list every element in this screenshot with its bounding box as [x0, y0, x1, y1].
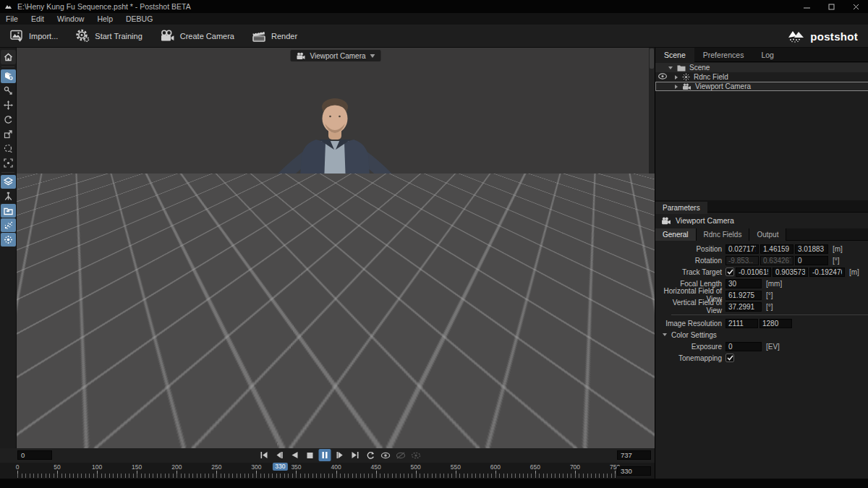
viewport-scrollbar[interactable] — [649, 48, 655, 448]
tick-label: 100 — [92, 463, 102, 471]
position-z-field[interactable] — [795, 244, 828, 254]
focal-length-field[interactable] — [726, 279, 762, 288]
camera-icon — [661, 217, 671, 225]
start-training-button[interactable]: Start Training — [68, 27, 149, 46]
play-reverse-button[interactable] — [289, 449, 301, 461]
view-layers-tool-button[interactable] — [1, 175, 16, 189]
app-icon — [4, 3, 12, 11]
folder-tool-button[interactable] — [1, 204, 16, 218]
tab-output[interactable]: Output — [749, 228, 786, 241]
expand-arrow-icon[interactable] — [675, 75, 678, 80]
play-reverse-icon — [291, 451, 298, 459]
movie-camera-icon — [160, 30, 175, 43]
expand-arrow-icon[interactable] — [675, 85, 678, 89]
loop-button[interactable] — [365, 449, 377, 461]
rotate-tool-button[interactable] — [1, 113, 16, 127]
vfov-unit: [°] — [766, 303, 773, 311]
tree-row-viewport-camera[interactable]: Viewport Camera — [655, 82, 868, 91]
step-back-button[interactable] — [273, 449, 286, 461]
menu-debug[interactable]: DEBUG — [119, 13, 159, 25]
track-target-y-field[interactable] — [773, 267, 808, 277]
visibility-eye-icon[interactable] — [658, 73, 667, 80]
tick-label: 600 — [490, 463, 501, 471]
menu-edit[interactable]: Edit — [25, 13, 51, 25]
layers-diamond-icon — [4, 177, 13, 187]
track-target-label: Track Target — [655, 268, 724, 276]
pause-button[interactable] — [319, 449, 331, 461]
minimize-button[interactable] — [794, 0, 819, 13]
watermark: © Infinite-Realities — [516, 411, 623, 427]
tab-rdnc-fields[interactable]: Rdnc Fields — [697, 228, 750, 241]
camera-icon — [296, 52, 305, 60]
step-forward-button[interactable] — [334, 449, 346, 461]
timeline-ruler[interactable]: 330 050100150200250300350400450500550600… — [0, 463, 655, 479]
image-resolution-height-field[interactable] — [760, 319, 792, 328]
tab-general[interactable]: General — [655, 228, 697, 241]
tree-row-scene[interactable]: Scene — [655, 63, 868, 72]
vfov-field[interactable] — [726, 302, 762, 312]
tonemapping-label: Tonemapping — [655, 354, 724, 362]
focal-length-label: Focal Length — [655, 280, 724, 288]
home-view-button[interactable] — [1, 50, 16, 64]
tick-label: 300 — [251, 463, 261, 471]
rotation-unit: [°] — [833, 257, 840, 265]
maximize-button[interactable] — [819, 0, 843, 13]
eye-dim-icon — [412, 452, 421, 459]
3d-viewport[interactable]: Viewport Camera © Infinite-Realities — [17, 48, 655, 448]
exposure-field[interactable] — [726, 342, 762, 351]
folder-tool-icon — [4, 207, 13, 215]
position-y-field[interactable] — [760, 244, 793, 254]
end-frame-field[interactable] — [617, 450, 651, 460]
start-frame-field[interactable] — [17, 450, 52, 460]
segment-brush-tool-button[interactable] — [1, 69, 16, 83]
color-settings-section[interactable]: Color Settings — [655, 329, 868, 341]
tripod-tool-button[interactable] — [1, 189, 16, 203]
position-x-field[interactable] — [726, 244, 759, 254]
rotation-row: Rotation [°] — [655, 254, 868, 266]
create-camera-button[interactable]: Create Camera — [153, 27, 242, 46]
visibility-toggle-b[interactable] — [395, 449, 407, 461]
scene-tree: Scene Rdnc Field Viewport Camera — [655, 63, 868, 91]
spray-brush-icon — [4, 72, 13, 81]
track-target-checkbox[interactable] — [726, 267, 734, 276]
frame-select-tool-button[interactable] — [1, 156, 16, 170]
tab-preferences[interactable]: Preferences — [694, 48, 753, 62]
current-frame-marker[interactable]: 330 — [273, 463, 287, 471]
expand-arrow-icon[interactable] — [668, 67, 673, 69]
go-to-end-button[interactable] — [349, 449, 362, 461]
image-resolution-width-field[interactable] — [726, 319, 758, 328]
menu-help[interactable]: Help — [90, 13, 119, 25]
track-target-z-field[interactable] — [809, 267, 845, 277]
current-frame-field[interactable] — [617, 466, 651, 476]
render-button[interactable]: Render — [244, 27, 305, 46]
hfov-field[interactable] — [726, 291, 762, 300]
tab-scene[interactable]: Scene — [655, 48, 694, 62]
import-button[interactable]: Import... — [3, 27, 65, 46]
scale-tool-button[interactable] — [1, 127, 16, 141]
particles-tool-button[interactable] — [1, 218, 16, 232]
tab-parameters[interactable]: Parameters — [655, 202, 707, 214]
tonemapping-checkbox[interactable] — [726, 354, 734, 362]
rotation-y-field[interactable] — [760, 256, 793, 265]
move-tool-button[interactable] — [1, 98, 16, 112]
visibility-toggle-c[interactable] — [410, 449, 422, 461]
camera-track-tool-button[interactable] — [1, 84, 16, 98]
lasso-select-tool-button[interactable] — [1, 142, 16, 155]
tree-row-rdnc-field[interactable]: Rdnc Field — [655, 72, 868, 82]
rotation-x-field[interactable] — [726, 256, 759, 265]
parameters-tab-bar: Parameters — [655, 200, 868, 213]
splat-brush-tool-button[interactable] — [1, 233, 16, 247]
rotation-z-field[interactable] — [795, 256, 828, 265]
collapse-arrow-icon[interactable] — [663, 333, 667, 336]
menu-window[interactable]: Window — [51, 13, 90, 25]
close-button[interactable] — [843, 0, 868, 13]
rotation-label: Rotation — [655, 257, 724, 265]
tab-log[interactable]: Log — [752, 48, 783, 62]
stop-button[interactable] — [304, 449, 316, 461]
menu-file[interactable]: File — [0, 13, 25, 25]
go-to-start-button[interactable] — [258, 449, 271, 461]
show-cameras-toggle[interactable] — [380, 449, 392, 461]
track-target-x-field[interactable] — [736, 267, 771, 277]
focal-length-unit: [mm] — [766, 280, 782, 288]
viewport-camera-selector[interactable]: Viewport Camera — [290, 50, 380, 61]
